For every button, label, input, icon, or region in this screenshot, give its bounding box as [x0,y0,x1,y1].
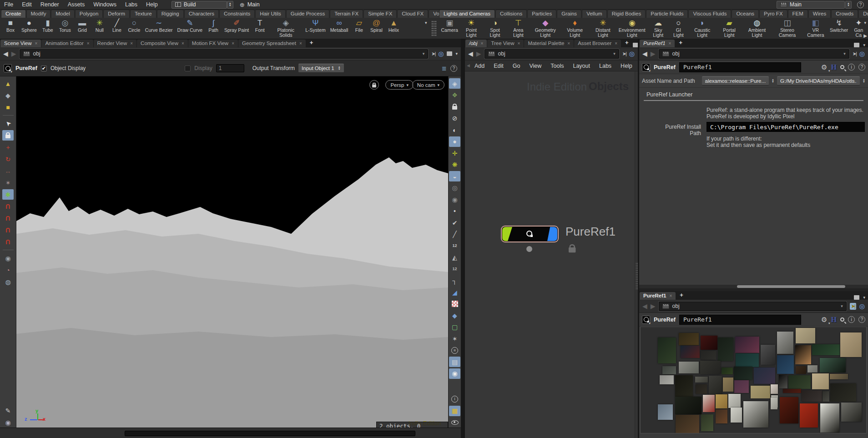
view-mode-icon[interactable]: ◈ [449,78,460,89]
shelf-tab-rigging[interactable]: Rigging [157,10,184,18]
reference-image[interactable] [780,397,798,423]
projection-selector[interactable]: Persp▾ [385,80,414,90]
desktop-spinner[interactable]: ▲▼ [227,1,233,9]
stow-icon[interactable] [854,295,859,300]
shelf-tab-fem[interactable]: FEM [788,10,808,18]
pane-menu-icon[interactable]: ▾ [455,51,458,56]
reference-image[interactable] [840,332,862,357]
rotate-tool-icon[interactable]: ↻ [2,154,14,164]
tool-curve-bezier[interactable]: ∼Curve Bezier [143,19,175,33]
close-tab-icon[interactable]: × [518,41,520,46]
shade-curves-icon[interactable]: ◉ [449,194,460,205]
location-icon[interactable]: ◉ [449,368,460,379]
prim-normals-icon[interactable]: ◭ [449,252,460,263]
close-tab-icon[interactable]: × [670,293,672,298]
reference-image[interactable] [796,328,815,343]
back-icon[interactable]: ◀ [642,50,647,57]
reference-image-board[interactable] [640,327,867,433]
lock-handle-icon[interactable] [2,130,14,141]
reference-image[interactable] [734,367,752,380]
reference-image[interactable] [675,397,701,414]
geometry-objects-icon[interactable]: ▲ [2,78,14,89]
shelf-tab-vellum[interactable]: Vellum [582,10,607,18]
reference-image[interactable] [676,415,699,433]
reference-image[interactable] [722,368,733,374]
shelf-left-menu-icon[interactable]: ▾ [425,20,427,25]
snap-point-icon[interactable]: U [2,225,14,235]
reference-image[interactable] [802,390,822,402]
tool-sphere[interactable]: ●Sphere [19,19,39,33]
houdini-help-icon[interactable]: H [831,63,837,71]
tool-environment-light[interactable]: ◉Environment Light [617,19,647,38]
pane-tab-composite-view[interactable]: Composite View× [137,40,188,47]
reference-image[interactable] [751,386,770,398]
asset-path-field[interactable]: G:/My Drive/HDAs/myHDAs/otls... [777,76,860,86]
reference-image[interactable] [703,395,715,412]
shelf-tab-drive-simulation[interactable]: Drive Simulation [858,10,868,18]
shelf-tab-simple-fx[interactable]: Simple FX [363,10,397,18]
visibility-icon[interactable] [449,417,460,428]
reference-image[interactable] [658,337,676,363]
desktop-selector[interactable]: Build [172,1,227,9]
network-menu-go[interactable]: Go [508,63,525,69]
network-menu-tools[interactable]: Tools [546,63,568,69]
handles-tool-icon[interactable]: ✱ [2,189,14,200]
reference-image[interactable] [701,336,717,350]
view-lock-icon[interactable] [449,101,460,112]
search-icon[interactable] [840,317,844,322]
tool-null[interactable]: ✳Null [91,19,108,33]
pane-menu-icon[interactable]: ▾ [863,295,865,300]
reference-image[interactable] [830,374,848,379]
close-tab-icon[interactable]: × [669,41,671,46]
tool-ambient-light[interactable]: ◍Ambient Light [742,19,772,38]
reference-image[interactable] [679,333,699,345]
origin-gnomon-icon[interactable]: ✶ [449,333,460,344]
tool-torus[interactable]: ◎Torus [56,19,74,33]
reference-image[interactable] [735,337,759,353]
point-markers-icon[interactable]: • [449,206,460,216]
pane-tab-tree-view[interactable]: Tree View× [487,40,524,47]
shelf-tab-create[interactable]: Create [1,10,26,18]
pane-tab-motion-fx-view[interactable]: Motion FX View× [188,40,238,47]
render-camera-icon[interactable]: ◉ [2,253,14,263]
reference-image[interactable] [662,366,676,374]
viewport-info-icon[interactable]: i [449,394,460,404]
follow-selection-icon[interactable]: ◎ [859,303,865,309]
info-icon[interactable]: i [848,64,855,70]
tool-path[interactable]: ∫Path [205,19,222,33]
reference-image[interactable] [771,398,777,409]
tool-box[interactable]: ■Box [2,19,19,33]
shelf-tab-particles[interactable]: Particles [527,10,556,18]
forward-icon[interactable]: ▶ [651,50,656,57]
point-numbers-icon[interactable]: 12 [449,241,460,251]
follow-selection-icon[interactable]: ◎ [438,50,444,57]
add-pane-tab[interactable]: + [306,38,317,47]
hq-light-shadow-icon[interactable]: ❋ [449,160,460,170]
pane-divider[interactable] [461,39,465,438]
snap-grid-icon[interactable]: U [2,201,14,211]
layers-icon[interactable]: ◆ [2,90,14,101]
tool-sky-light[interactable]: ☁Sky Light [647,19,669,38]
shelf-tab-oceans[interactable]: Oceans [732,10,759,18]
shelf-tab-deform[interactable]: Deform [103,10,130,18]
add-pane-tab[interactable]: + [676,291,687,300]
reference-image[interactable] [777,355,794,374]
menu-render[interactable]: Render [40,1,59,8]
node-name-field[interactable]: PureRef1 [679,315,801,325]
param-scrollbar[interactable] [639,285,868,288]
shelf-right-menu-icon[interactable]: ▾ [864,20,866,25]
reference-image[interactable] [796,366,806,374]
tool-gi-light[interactable]: ○GI Light [669,19,688,38]
hidden-line-icon[interactable]: ◎ [449,183,460,193]
object-display-checkbox[interactable]: ✔ [41,65,47,71]
back-icon[interactable]: ◀ [3,50,8,57]
search-icon[interactable] [840,65,844,69]
menu-scroll-left-icon[interactable]: ◀ [467,64,470,68]
reference-image[interactable] [736,353,759,367]
reference-image[interactable] [779,375,787,388]
tool-font[interactable]: TFont [251,19,268,33]
reference-image[interactable] [807,365,818,373]
pane-tab-animation-editor[interactable]: Animation Editor× [41,40,93,47]
tool-spot-light[interactable]: ◑Spot Light [483,19,506,38]
network-menu-layout[interactable]: Layout [568,63,595,69]
